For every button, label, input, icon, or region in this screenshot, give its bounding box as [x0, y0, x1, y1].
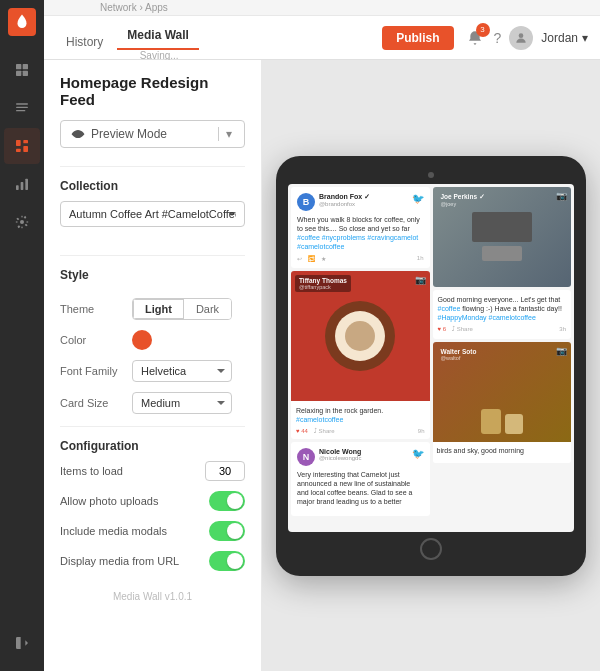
wall-icon: [14, 138, 30, 154]
exit-icon: [14, 635, 30, 651]
sidebar-item-feed[interactable]: [4, 90, 40, 126]
card-handle-nicole: @nicolewongdc: [319, 455, 361, 461]
svg-rect-2: [16, 71, 21, 76]
timestamp-joe: 3h: [559, 326, 566, 334]
feed-icon: [14, 100, 30, 116]
svg-point-16: [76, 132, 80, 136]
card-caption-walter: birds and sky, good morning: [437, 446, 568, 455]
theme-dark-button[interactable]: Dark: [184, 299, 231, 319]
sidebar-item-exit[interactable]: [4, 625, 40, 661]
theme-light-button[interactable]: Light: [133, 299, 184, 319]
color-picker[interactable]: [132, 330, 152, 350]
font-family-label: Font Family: [60, 365, 132, 377]
tab-media-wall-container: Media Wall Saving...: [117, 22, 199, 61]
toggle-knob: [227, 493, 243, 509]
color-row: Color: [60, 330, 245, 350]
include-media-modals-toggle[interactable]: [209, 521, 245, 541]
card-name: Brandon Fox ✓: [319, 193, 370, 201]
card-joe-perkins: Joe Perkins ✓ @joey 📷: [433, 187, 572, 287]
sidebar-item-analytics[interactable]: [4, 166, 40, 202]
items-to-load-input[interactable]: [205, 461, 245, 481]
eye-icon: [71, 127, 85, 141]
svg-rect-6: [16, 110, 25, 111]
collection-dropdown[interactable]: Autumn Coffee Art #CamelotCoffee ▾: [60, 201, 245, 227]
svg-rect-5: [16, 107, 28, 108]
feed-column-right: Joe Perkins ✓ @joey 📷 Good morning every…: [433, 187, 572, 529]
reply-icon: ↩: [297, 255, 302, 262]
like-icon: ♥ 44: [296, 428, 308, 434]
svg-rect-9: [23, 146, 28, 152]
timestamp: 1h: [417, 255, 424, 262]
help-button[interactable]: ?: [494, 30, 502, 46]
svg-rect-12: [21, 182, 24, 190]
card-joe-caption: Good morning everyone... Let's get that …: [433, 290, 572, 339]
card-handle: @brandonfox: [319, 201, 370, 207]
home-icon: [14, 62, 30, 78]
preview-mode-button[interactable]: Preview Mode ▾: [60, 120, 245, 148]
left-panel: Homepage Redesign Feed Preview Mode ▾ Co…: [44, 60, 262, 671]
chevron-down-icon: ▾: [582, 31, 588, 45]
display-media-url-toggle[interactable]: [209, 551, 245, 571]
avatar-brandon: B: [297, 193, 315, 211]
svg-rect-8: [23, 140, 28, 143]
card-walter-soto: Walter Soto @waltof 📷 birds and sky, goo…: [433, 342, 572, 463]
card-name-joe: Joe Perkins ✓: [441, 193, 485, 201]
timestamp-tiffany: 9h: [418, 428, 425, 434]
card-size-select[interactable]: Medium: [132, 392, 232, 414]
card-handle-joe: @joey: [441, 201, 485, 207]
card-size-row: Card Size Medium: [60, 392, 245, 414]
user-menu[interactable]: Jordan ▾: [541, 31, 588, 45]
instagram-icon-tiffany: 📷: [415, 275, 426, 285]
share-joe: ⤴ Share: [452, 326, 473, 334]
chevron-down-icon: ▾: [218, 127, 238, 141]
svg-rect-11: [16, 185, 19, 190]
publish-button[interactable]: Publish: [382, 26, 453, 50]
notifications-button[interactable]: 3: [464, 27, 486, 49]
card-text: When you walk 8 blocks for coffee, only …: [297, 215, 424, 251]
display-media-url-row: Display media from URL: [60, 551, 245, 571]
body-area: Homepage Redesign Feed Preview Mode ▾ Co…: [44, 60, 600, 671]
svg-rect-0: [16, 64, 21, 69]
card-actions: ↩ 🔁 ★ 1h: [297, 255, 424, 262]
style-label: Style: [60, 268, 245, 282]
notification-count: 3: [476, 23, 490, 37]
sidebar-item-wall[interactable]: [4, 128, 40, 164]
gear-icon: [14, 214, 30, 230]
flame-icon: [13, 13, 31, 31]
divider: [60, 166, 245, 167]
tab-media-wall[interactable]: Media Wall: [117, 22, 199, 50]
avatar-nicole: N: [297, 448, 315, 466]
sidebar-item-home[interactable]: [4, 52, 40, 88]
share-icon: ⤴ Share: [314, 428, 335, 434]
avatar: [509, 26, 533, 50]
font-family-select[interactable]: Helvetica: [132, 360, 232, 382]
instagram-icon-walter: 📷: [556, 346, 567, 356]
sidebar-item-settings[interactable]: [4, 204, 40, 240]
font-family-row: Font Family Helvetica: [60, 360, 245, 382]
include-media-modals-row: Include media modals: [60, 521, 245, 541]
allow-photo-uploads-row: Allow photo uploads: [60, 491, 245, 511]
feed-title: Homepage Redesign Feed: [60, 74, 245, 108]
svg-rect-13: [25, 179, 28, 190]
svg-rect-3: [23, 71, 28, 76]
svg-point-14: [20, 220, 24, 224]
tab-bar: History Media Wall Saving...: [56, 22, 199, 61]
svg-rect-10: [16, 149, 21, 152]
svg-rect-7: [16, 140, 21, 146]
app-logo[interactable]: [8, 8, 36, 36]
allow-photo-uploads-toggle[interactable]: [209, 491, 245, 511]
topbar-icons: 3 ? Jordan ▾: [464, 26, 589, 50]
sidebar: [0, 0, 44, 671]
items-to-load-row: Items to load: [60, 461, 245, 481]
toggle-knob-2: [227, 523, 243, 539]
version-text: Media Wall v1.0.1: [60, 591, 245, 602]
tab-history[interactable]: History: [56, 29, 113, 55]
theme-toggle: Light Dark: [132, 298, 232, 320]
card-actions-tiffany: ♥ 44 ⤴ Share 9h: [296, 428, 425, 434]
like-count-joe: ♥ 6: [438, 326, 447, 334]
analytics-icon: [14, 176, 30, 192]
card-size-label: Card Size: [60, 397, 132, 409]
card-tiffany-thomas: Tiffany Thomas @tiffanypack 📷 Relaxing i…: [291, 271, 430, 439]
svg-rect-4: [16, 103, 28, 104]
card-handle-walter: @waltof: [441, 355, 477, 361]
